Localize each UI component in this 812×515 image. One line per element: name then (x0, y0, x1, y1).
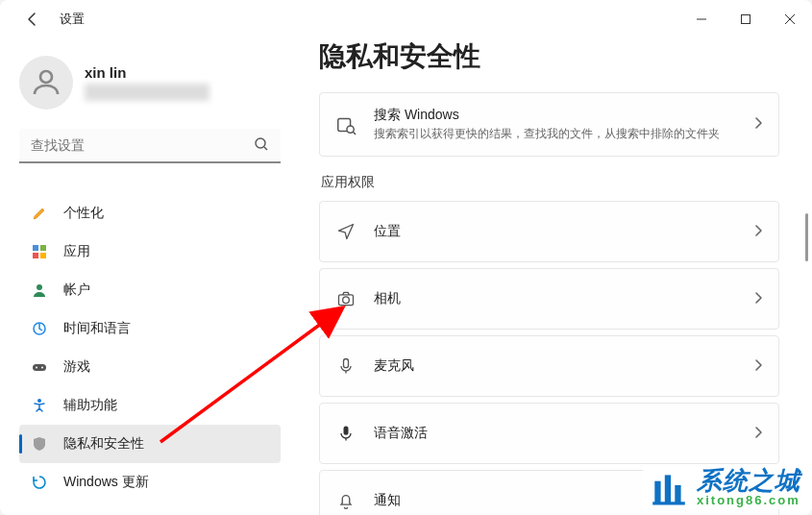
profile-email-redacted (85, 84, 209, 101)
svg-rect-20 (344, 359, 349, 368)
sidebar-item-personalization[interactable]: 个性化 (19, 194, 281, 233)
svg-rect-23 (654, 481, 660, 503)
sidebar-item-label: 应用 (63, 243, 90, 260)
minimize-button[interactable] (679, 5, 724, 34)
sidebar-item-privacy-security[interactable]: 隐私和安全性 (19, 425, 281, 463)
avatar (19, 56, 73, 110)
back-button[interactable] (19, 6, 46, 33)
svg-rect-8 (40, 253, 46, 258)
svg-point-3 (256, 138, 265, 148)
close-button[interactable] (768, 5, 812, 34)
svg-point-16 (347, 125, 354, 132)
chevron-right-icon (753, 116, 763, 133)
apps-icon (31, 243, 48, 260)
camera-icon (335, 288, 357, 309)
voice-icon (335, 423, 357, 444)
watermark-url: xitong86.com (697, 494, 800, 507)
minimize-icon (696, 13, 707, 25)
window-controls (679, 5, 812, 34)
globe-clock-icon (31, 320, 48, 337)
microphone-icon (335, 356, 357, 377)
sidebar-item-label: 隐私和安全性 (63, 435, 144, 453)
search-input[interactable] (19, 129, 281, 163)
account-icon (31, 282, 48, 299)
chevron-right-icon (753, 426, 763, 442)
profile[interactable]: xin lin (19, 50, 296, 123)
sidebar-item-windows-update[interactable]: Windows 更新 (19, 463, 281, 502)
svg-rect-1 (742, 15, 750, 24)
tile-label: 位置 (374, 223, 736, 240)
sidebar-item-apps[interactable]: 应用 (19, 233, 281, 271)
section-label: 应用权限 (321, 174, 779, 191)
sidebar: xin lin 个性化 应用 (0, 38, 296, 515)
svg-line-4 (264, 147, 267, 150)
chevron-right-icon (753, 224, 763, 240)
tile-label: 相机 (374, 290, 736, 307)
sidebar-item-gaming[interactable]: 游戏 (19, 348, 281, 386)
tile-label: 语音激活 (374, 425, 736, 442)
watermark-logo-icon (649, 467, 689, 507)
sidebar-item-label: 帐户 (63, 282, 90, 299)
search-wrap (19, 129, 281, 163)
search-windows-card[interactable]: 搜索 Windows 搜索索引以获得更快的结果，查找我的文件，从搜索中排除的文件… (319, 92, 779, 157)
svg-point-13 (41, 367, 43, 369)
brush-icon (31, 205, 48, 222)
tile-voice-activation[interactable]: 语音激活 (319, 403, 779, 464)
card-sub: 搜索索引以获得更快的结果，查找我的文件，从搜索中排除的文件夹 (374, 126, 736, 142)
sidebar-item-time-language[interactable]: 时间和语言 (19, 309, 281, 348)
close-icon (784, 13, 796, 25)
maximize-icon (740, 13, 751, 25)
sidebar-item-label: 辅助功能 (63, 397, 117, 414)
titlebar: 设置 (0, 0, 812, 38)
settings-window: 设置 xin lin (0, 0, 812, 515)
sidebar-item-label: 个性化 (63, 205, 104, 222)
scrollbar[interactable] (805, 213, 808, 261)
nav: 个性化 应用 帐户 时间和语言 游戏 (19, 177, 296, 515)
svg-point-14 (37, 399, 41, 403)
app-title: 设置 (60, 11, 85, 28)
watermark: 系统之城 xitong86.com (643, 465, 806, 509)
svg-rect-7 (33, 253, 38, 258)
svg-point-2 (40, 71, 52, 83)
gamepad-icon (31, 358, 48, 376)
search-icon (254, 136, 269, 156)
bell-icon (335, 490, 357, 511)
person-icon (29, 65, 63, 100)
sidebar-item-accessibility[interactable]: 辅助功能 (19, 386, 281, 425)
svg-rect-6 (40, 245, 46, 251)
tile-label: 麦克风 (374, 357, 736, 375)
sidebar-item-label: Windows 更新 (63, 474, 149, 491)
svg-rect-5 (33, 245, 38, 251)
svg-rect-24 (665, 475, 671, 503)
svg-point-19 (343, 297, 350, 304)
sidebar-item-label: 游戏 (63, 358, 90, 376)
location-icon (335, 221, 357, 242)
svg-rect-11 (33, 364, 46, 371)
svg-line-17 (353, 132, 356, 135)
profile-name: xin lin (85, 64, 209, 81)
page-title: 隐私和安全性 (319, 38, 779, 75)
tile-location[interactable]: 位置 (319, 201, 779, 262)
profile-info: xin lin (85, 64, 209, 101)
accessibility-icon (31, 397, 48, 414)
watermark-title: 系统之城 (697, 468, 800, 494)
chevron-right-icon (753, 291, 763, 307)
shield-icon (31, 435, 48, 453)
tile-camera[interactable]: 相机 (319, 268, 779, 330)
svg-rect-25 (675, 485, 680, 503)
sidebar-item-label: 时间和语言 (63, 320, 131, 337)
card-title: 搜索 Windows (374, 107, 736, 124)
content: xin lin 个性化 应用 (0, 38, 812, 515)
main: 隐私和安全性 搜索 Windows 搜索索引以获得更快的结果，查找我的文件，从搜… (296, 38, 812, 515)
svg-rect-21 (344, 427, 349, 435)
update-icon (31, 474, 48, 491)
search-windows-icon (335, 114, 357, 135)
svg-point-12 (36, 367, 37, 369)
card-text: 搜索 Windows 搜索索引以获得更快的结果，查找我的文件，从搜索中排除的文件… (374, 107, 736, 142)
svg-point-9 (37, 284, 42, 290)
chevron-right-icon (753, 358, 763, 375)
back-arrow-icon (25, 12, 40, 27)
sidebar-item-accounts[interactable]: 帐户 (19, 271, 281, 309)
maximize-button[interactable] (724, 5, 768, 34)
tile-microphone[interactable]: 麦克风 (319, 335, 779, 397)
